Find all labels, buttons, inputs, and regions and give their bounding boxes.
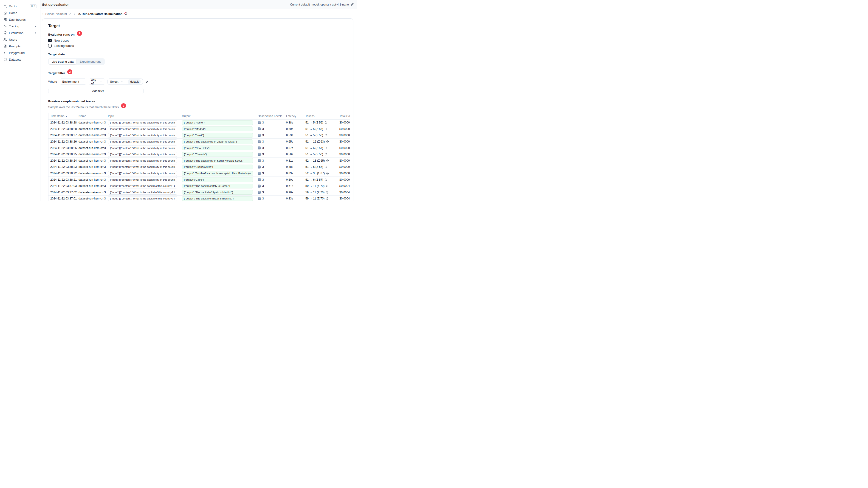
name-cell: dataset-run-item-cm3s4 [77,153,106,156]
column-header-label: Latency [286,115,296,118]
table-row[interactable]: 2024-11-22 03:38:26dataset-run-item-cm3s… [49,144,350,151]
latency-cell: 0.57s [284,147,304,150]
output-cell: {"output":"The capital city of Japan is … [180,139,256,144]
column-header-output[interactable]: Output [180,115,256,118]
info-circle-icon [324,134,327,137]
goto-search[interactable]: Go to... ⌘ K [0,3,40,10]
column-header-tokens[interactable]: Tokens [304,115,338,118]
input-cell: {"input":[{"content":"What is the capita… [106,120,180,125]
latency-cell: 0.83s [284,172,304,175]
input-chip: {"input":[{"content":"What is the capita… [108,152,177,157]
output-value: {"output":"The capital city of South Kor… [184,159,244,162]
pencil-icon[interactable] [351,3,353,6]
column-header-cost[interactable]: Total Cost [338,115,350,118]
observation-levels-value: 3 [262,134,264,137]
latency-cell: 0.53s [284,134,304,137]
tokens-value: 51 → 5 (Σ 56) [305,127,323,131]
filter-field-select[interactable]: Environment [60,78,86,85]
table-row[interactable]: 2024-11-22 03:38:24dataset-run-item-cm3s… [49,158,350,164]
observation-levels-value: 3 [262,184,264,188]
input-cell: {"input":[{"content":"What is the capita… [106,196,180,201]
table-row[interactable]: 2024-11-22 03:38:28dataset-run-item-cm3s… [49,119,350,126]
timestamp-cell: 2024-11-22 03:38:21 [49,178,77,181]
chevron-down-icon [121,80,124,83]
column-header-latency[interactable]: Latency [284,115,304,118]
filter-value-select[interactable]: Select default [107,78,143,85]
info-circle-icon [326,159,329,162]
observation-levels-cell: i3 [256,121,284,124]
table-row[interactable]: 2024-11-22 03:38:22dataset-run-item-cm3s… [49,170,350,176]
input-value: {"input":[{"content":"What is the capita… [110,185,175,187]
output-value: {"output":"Rome"} [184,121,205,124]
sidebar-item-home[interactable]: Home [0,10,40,16]
output-chip: {"output":"The capital of Spain is Madri… [182,190,253,195]
info-emoji-icon: i [258,191,260,194]
timestamp-cell: 2024-11-22 03:38:26 [49,140,77,143]
timestamp-value: 2024-11-22 03:38:22 [50,172,77,175]
filter-value-placeholder-wrap[interactable]: Select [108,80,126,83]
checkbox-new-traces[interactable]: New traces [48,39,349,42]
name-cell: dataset-run-item-cm3s4 [77,197,106,200]
total-cost-cell: $0.000016 [338,159,350,162]
filter-field-value: Environment [62,80,79,83]
name-cell: dataset-run-item-cm3s4 [77,184,106,188]
check-icon [49,39,51,42]
input-chip: {"input":[{"content":"What is the capita… [108,196,177,201]
table-row[interactable]: 2024-11-22 03:37:01dataset-run-item-cm3s… [49,195,350,201]
column-header-name[interactable]: Name [77,115,106,118]
table-row[interactable]: 2024-11-22 03:38:27dataset-run-item-cm3s… [49,132,350,138]
info-circle-icon [324,128,327,130]
input-cell: {"input":[{"content":"What is the capita… [106,139,180,144]
table-row[interactable]: 2024-11-22 03:37:03dataset-run-item-cm3s… [49,183,350,189]
tab-live-tracing-data[interactable]: Live tracing data [49,59,76,64]
tokens-cell: 59 → 11 (Σ 70) [304,184,338,188]
breadcrumb: 1. Select Evaluator 2. Run Evaluator: Ha… [40,9,357,19]
sidebar-item-datasets[interactable]: Datasets [0,56,40,63]
column-header-input[interactable]: Input [106,115,180,118]
column-header-label: Input [108,115,114,118]
table-row[interactable]: 2024-11-22 03:37:02dataset-run-item-cm3s… [49,189,350,196]
table-row[interactable]: 2024-11-22 03:38:26dataset-run-item-cm3s… [49,138,350,145]
remove-filter-icon[interactable] [146,80,149,83]
table-row[interactable]: 2024-11-22 03:38:28dataset-run-item-cm3s… [49,126,350,132]
latency-value: 0.50s [286,178,293,181]
column-header-obs[interactable]: Observation Levels [256,115,284,118]
total-cost-cell: $0.000011 ( [338,134,350,137]
tokens-value: 51 → 5 (Σ 56) [305,134,323,137]
checkbox-existing-traces[interactable]: Existing traces [48,44,349,47]
sidebar-item-tracing[interactable]: Tracing [0,23,40,30]
table-row[interactable]: 2024-11-22 03:38:25dataset-run-item-cm3s… [49,151,350,158]
filter-operator-select[interactable]: any of [89,78,105,85]
table-row[interactable]: 2024-11-22 03:38:21dataset-run-item-cm3s… [49,176,350,183]
input-chip: {"input":[{"content":"What is the capita… [108,171,177,176]
checkbox-unchecked-icon[interactable] [48,44,52,47]
output-chip: {"output":"Canada"} [182,152,253,157]
sidebar-item-dashboards[interactable]: Dashboards [0,16,40,23]
sidebar-item-prompts[interactable]: Prompts [0,43,40,50]
evaluator-runs-on-label: Evaluator runs on 1 [48,32,82,37]
checkbox-checked-icon[interactable] [48,39,52,42]
input-cell: {"input":[{"content":"What is the capita… [106,145,180,150]
evaluation-icon [3,31,7,35]
output-chip: {"output":"The capital of Italy is Rome.… [182,184,253,189]
timestamp-value: 2024-11-22 03:38:21 [50,178,77,181]
default-model-indicator: Current default model: openai / gpt-4.1-… [290,3,353,6]
add-filter-button[interactable]: Add filter [48,88,144,94]
breadcrumb-step-select-evaluator[interactable]: 1. Select Evaluator [42,12,71,15]
observation-levels-value: 3 [262,197,264,200]
observation-levels-cell: i3 [256,165,284,168]
target-card: Target Evaluator runs on 1 New traces Ex… [42,19,353,201]
output-value: {"output":"The capital of Brazil is Bras… [184,197,234,200]
table-row[interactable]: 2024-11-22 03:38:23dataset-run-item-cm3s… [49,164,350,170]
sidebar-item-users[interactable]: Users [0,36,40,43]
info-emoji-icon: i [258,140,260,143]
name-value: dataset-run-item-cm3s4 [79,197,106,200]
observation-levels-value: 3 [262,159,264,162]
name-value: dataset-run-item-cm3s4 [79,191,106,194]
column-header-timestamp[interactable]: Timestamp▼ [49,115,77,118]
sidebar-item-evaluation[interactable]: Evaluation [0,30,40,36]
name-value: dataset-run-item-cm3s4 [79,178,106,181]
sidebar-item-playground[interactable]: Playground [0,50,40,56]
tab-experiment-runs[interactable]: Experiment runs [77,59,104,64]
total-cost-value: $0.000015 [339,140,350,143]
